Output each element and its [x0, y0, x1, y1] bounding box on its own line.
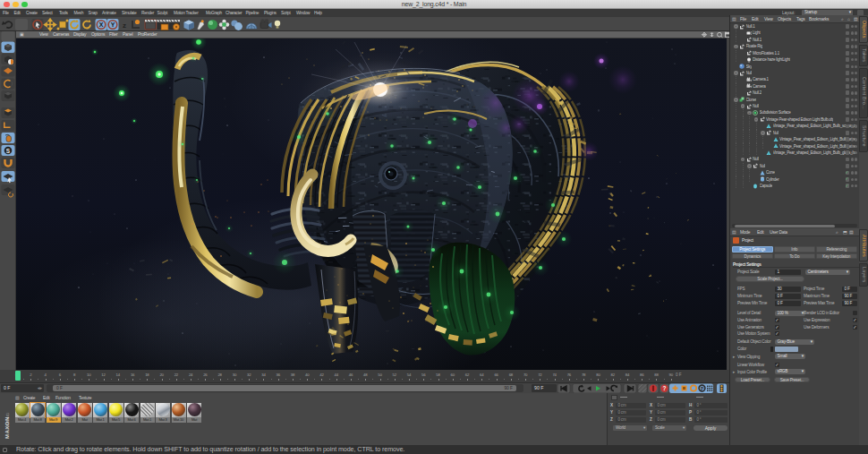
svg-text:X: X — [99, 21, 104, 28]
svg-text:Y: Y — [111, 21, 115, 28]
svg-text:?: ? — [663, 385, 667, 391]
svg-text:P: P — [701, 386, 704, 391]
svg-text:z: z — [123, 21, 126, 29]
svg-text:S: S — [6, 148, 11, 154]
